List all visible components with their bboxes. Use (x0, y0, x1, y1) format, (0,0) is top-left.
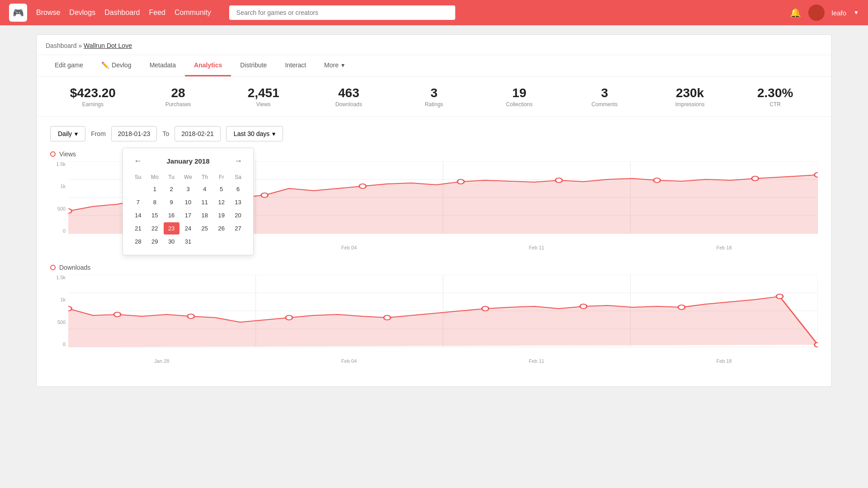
search-input[interactable] (229, 5, 455, 20)
tab-distribute[interactable]: Distribute (231, 55, 276, 76)
dashboard-card: Dashboard » Wallrun Dot Love Edit game ✏… (36, 34, 832, 387)
cal-day-24[interactable]: 24 (180, 222, 196, 235)
header-right: 🔔 leafo ▼ (790, 5, 859, 21)
cal-day-31[interactable]: 31 (180, 235, 196, 248)
main-content: Dashboard » Wallrun Dot Love Edit game ✏… (0, 25, 868, 396)
nav-community[interactable]: Community (175, 9, 211, 17)
nav-devlogs[interactable]: Devlogs (69, 9, 95, 17)
y-axis-500: 500 (50, 206, 66, 211)
dropdown-arrow-icon: ▾ (75, 130, 78, 137)
nav-dashboard[interactable]: Dashboard (104, 9, 140, 17)
breadcrumb-game[interactable]: Wallrun Dot Love (84, 42, 132, 49)
cal-day-2[interactable]: 2 (164, 183, 179, 195)
cal-day-28[interactable]: 28 (130, 235, 146, 248)
analytics-section: Daily ▾ From 2018-01-23 To 2018-02-21 La… (37, 117, 831, 386)
pencil-icon: ✏️ (101, 61, 109, 69)
cal-day-15[interactable]: 15 (147, 209, 163, 221)
x-label-feb04-views: Feb 04 (341, 245, 357, 250)
last-days-label: Last 30 days (234, 130, 269, 137)
x-label-feb11-views: Feb 11 (529, 245, 544, 250)
x-label-feb18-dl: Feb 18 (716, 358, 731, 364)
tab-metadata-label: Metadata (150, 61, 176, 69)
tab-more[interactable]: More ▾ (315, 55, 354, 76)
calendar-header: ← January 2018 → (130, 155, 246, 167)
cal-day-22[interactable]: 22 (147, 222, 163, 235)
stat-collections-label: Collections (476, 101, 562, 108)
cal-day-20[interactable]: 20 (230, 209, 246, 221)
stat-ctr-value: 2.30% (732, 86, 818, 100)
cal-day-11[interactable]: 11 (197, 196, 212, 208)
cal-day-18[interactable]: 18 (197, 209, 212, 221)
to-date-input[interactable]: 2018-02-21 (175, 126, 221, 141)
downloads-y-axis: 1.5k 1k 500 0 (50, 275, 68, 356)
stat-views: 2,451 Views (221, 86, 306, 108)
cal-day-14[interactable]: 14 (130, 209, 146, 221)
cal-day-25[interactable]: 25 (197, 222, 212, 235)
stat-ctr: 2.30% CTR (732, 86, 818, 108)
cal-day-5[interactable]: 5 (213, 183, 229, 195)
cal-day-8[interactable]: 8 (147, 196, 163, 208)
dl-y-axis-0: 0 (50, 342, 66, 347)
stat-purchases-value: 28 (136, 86, 221, 100)
nav-browse[interactable]: Browse (36, 9, 60, 17)
nav-feed[interactable]: Feed (149, 9, 165, 17)
user-dropdown-arrow[interactable]: ▼ (854, 9, 859, 16)
cal-day-1[interactable]: 1 (147, 183, 163, 195)
stat-ratings: 3 Ratings (392, 86, 477, 108)
from-date-input[interactable]: 2018-01-23 (111, 126, 157, 141)
cal-day-3[interactable]: 3 (180, 183, 196, 195)
tab-interact[interactable]: Interact (276, 55, 315, 76)
cal-day-26[interactable]: 26 (213, 222, 229, 235)
svg-point-13 (261, 193, 268, 197)
breadcrumb-separator: » (78, 42, 82, 49)
avatar[interactable] (808, 5, 825, 21)
svg-point-35 (580, 304, 587, 309)
stat-purchases: 28 Purchases (136, 86, 221, 108)
stat-comments-label: Comments (562, 101, 647, 108)
svg-point-16 (556, 178, 562, 183)
cal-day-29[interactable]: 29 (147, 235, 163, 248)
svg-point-31 (188, 314, 194, 319)
downloads-chart-label: Downloads (50, 264, 818, 271)
cal-day-empty-3 (213, 235, 229, 248)
stat-earnings-label: Earnings (50, 101, 136, 108)
tab-devlog[interactable]: ✏️ Devlog (92, 55, 141, 76)
svg-point-15 (458, 179, 464, 184)
cal-day-9[interactable]: 9 (164, 196, 179, 208)
stat-collections: 19 Collections (476, 86, 562, 108)
cal-day-21[interactable]: 21 (130, 222, 146, 235)
tab-analytics[interactable]: Analytics (185, 55, 231, 76)
user-name[interactable]: leafo (832, 9, 847, 17)
last-days-button[interactable]: Last 30 days ▾ (226, 126, 283, 141)
cal-day-12[interactable]: 12 (213, 196, 229, 208)
cal-day-27[interactable]: 27 (230, 222, 246, 235)
svg-point-14 (359, 184, 366, 188)
cal-day-17[interactable]: 17 (180, 209, 196, 221)
cal-day-empty-1 (130, 183, 146, 195)
cal-day-19[interactable]: 19 (213, 209, 229, 221)
y-axis-0: 0 (50, 228, 66, 234)
calendar-month-title: January 2018 (166, 157, 209, 165)
cal-day-13[interactable]: 13 (230, 196, 246, 208)
cal-day-23[interactable]: 23 (164, 222, 179, 235)
cal-day-4[interactable]: 4 (197, 183, 212, 195)
notification-bell-icon[interactable]: 🔔 (790, 7, 801, 18)
calendar-prev-button[interactable]: ← (130, 155, 146, 167)
cal-day-30[interactable]: 30 (164, 235, 179, 248)
tab-distribute-label: Distribute (240, 61, 267, 69)
cal-header-sa: Sa (230, 172, 246, 182)
cal-day-6[interactable]: 6 (230, 183, 246, 195)
svg-point-34 (482, 306, 489, 311)
cal-day-16[interactable]: 16 (164, 209, 179, 221)
daily-dropdown-button[interactable]: Daily ▾ (50, 126, 85, 141)
cal-day-10[interactable]: 10 (180, 196, 196, 208)
tab-metadata[interactable]: Metadata (141, 55, 185, 76)
logo-icon[interactable]: 🎮 (9, 4, 27, 22)
stat-ratings-label: Ratings (392, 101, 477, 108)
calendar-grid: Su Mo Tu We Th Fr Sa 1 2 3 4 5 (130, 172, 246, 248)
calendar-next-button[interactable]: → (231, 155, 246, 167)
x-label-feb18-views: Feb 18 (716, 245, 731, 250)
cal-day-7[interactable]: 7 (130, 196, 146, 208)
tab-edit-game[interactable]: Edit game (46, 55, 92, 76)
y-axis-1500: 1.5k (50, 161, 66, 167)
